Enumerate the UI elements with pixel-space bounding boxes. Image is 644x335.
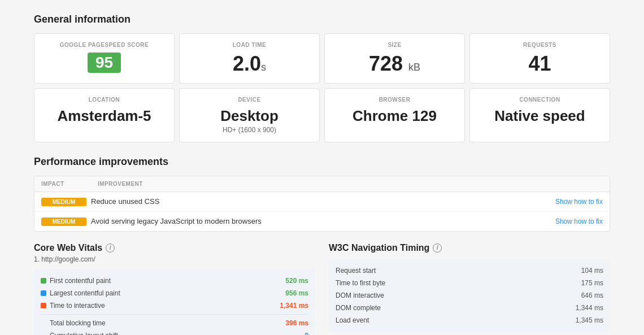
core-vitals-info-icon[interactable]: i [106,243,115,253]
performance-section: Performance improvements IMPACT IMPROVEM… [34,156,610,232]
w3c-title: W3C Navigation Timing i [329,243,610,253]
requests-label: REQUESTS [479,42,601,48]
cards-row-1: GOOGLE PAGESPEED SCORE 95 LOAD TIME 2.0s… [34,33,610,84]
connection-card: CONNECTION Native speed [469,88,610,142]
impact-badge-0: MEDIUM [41,197,86,206]
device-label: DEVICE [189,97,310,103]
w3c-label-2: DOM interactive [336,292,581,299]
improvement-header: IMPROVEMENT [98,181,603,187]
w3c-label-1: Time to first byte [336,279,581,287]
bottom-section: Core Web Vitals i 1. http://google.com/ … [34,243,610,335]
browser-label: BROWSER [334,97,455,103]
vital-row-0: First contentful paint 520 ms [41,275,308,287]
w3c-row-0: Request start 104 ms [336,264,603,277]
performance-table-header: IMPACT IMPROVEMENT [34,176,610,192]
vital-value-1: 956 ms [285,289,308,297]
w3c-info-icon[interactable]: i [433,243,442,253]
vital-value-2: 1,341 ms [280,302,308,310]
main-container: General information GOOGLE PAGESPEED SCO… [23,0,621,335]
vitals-url: 1. http://google.com/ [34,255,315,263]
vital-indicator-1 [41,290,46,296]
cards-row-2: LOCATION Amsterdam-5 DEVICE Desktop HD+ … [34,88,610,142]
vital-row-1: Largest contentful paint 956 ms [41,287,308,299]
device-card: DEVICE Desktop HD+ (1600 x 900) [179,88,320,142]
score-value: 95 [88,53,121,73]
size-value: 728 kB [334,53,455,75]
core-web-vitals-section: Core Web Vitals i 1. http://google.com/ … [34,243,315,335]
general-info-section: General information GOOGLE PAGESPEED SCO… [34,14,610,142]
improvement-text-0: Reduce unused CSS [86,197,555,206]
connection-label: CONNECTION [479,97,601,103]
impact-header: IMPACT [41,181,98,187]
vital-value-3: 396 ms [285,319,308,327]
vital-row-3: Total blocking time 396 ms [41,317,308,329]
vitals-divider [41,314,308,315]
location-value: Amsterdam-5 [43,107,165,125]
w3c-label-3: DOM complete [336,304,576,312]
connection-value: Native speed [479,107,601,125]
vital-row-4: Cumulative layout shift 0 [41,329,308,335]
w3c-row-1: Time to first byte 175 ms [336,277,603,289]
vital-value-4: 0 [304,332,308,335]
show-fix-link-1[interactable]: Show how to fix [555,217,603,225]
device-value: Desktop [189,107,310,125]
w3c-value-3: 1,344 ms [576,304,603,312]
browser-card: BROWSER Chrome 129 [324,88,465,142]
vital-name-1: Largest contentful paint [50,289,285,297]
w3c-section: W3C Navigation Timing i Request start 10… [329,243,610,335]
browser-value: Chrome 129 [334,107,455,125]
vital-name-4: Cumulative layout shift [50,332,304,335]
vital-indicator-2 [41,303,46,308]
vitals-table: First contentful paint 520 ms Largest co… [34,269,315,335]
w3c-row-2: DOM interactive 646 ms [336,289,603,302]
performance-title: Performance improvements [34,156,610,168]
requests-card: REQUESTS 41 [469,33,610,84]
requests-value: 41 [479,53,601,75]
location-card: LOCATION Amsterdam-5 [34,88,175,142]
size-label: SIZE [334,42,455,48]
vital-name-2: Time to interactive [50,302,280,310]
show-fix-link-0[interactable]: Show how to fix [555,198,603,206]
vital-indicator-0 [41,278,46,284]
w3c-label-0: Request start [336,267,581,275]
pagespeed-score-badge: 95 [43,53,165,73]
w3c-value-2: 646 ms [581,292,603,299]
pagespeed-card: GOOGLE PAGESPEED SCORE 95 [34,33,175,84]
performance-table: IMPACT IMPROVEMENT MEDIUM Reduce unused … [34,176,610,232]
w3c-label-4: Load event [336,316,576,324]
general-info-title: General information [34,14,610,25]
load-time-label: LOAD TIME [189,42,310,48]
w3c-row-3: DOM complete 1,344 ms [336,302,603,314]
vital-value-0: 520 ms [285,277,308,285]
impact-badge-1: MEDIUM [41,217,86,226]
location-label: LOCATION [43,97,165,103]
w3c-value-0: 104 ms [581,267,603,275]
perf-row-1: MEDIUM Avoid serving legacy JavaScript t… [34,212,610,231]
perf-row-0: MEDIUM Reduce unused CSS Show how to fix [34,192,610,212]
load-time-value: 2.0s [189,53,310,75]
w3c-value-1: 175 ms [581,279,603,287]
w3c-value-4: 1,345 ms [576,316,603,324]
vital-name-0: First contentful paint [50,277,285,285]
vital-row-2: Time to interactive 1,341 ms [41,299,308,312]
w3c-row-4: Load event 1,345 ms [336,314,603,327]
pagespeed-label: GOOGLE PAGESPEED SCORE [43,42,165,48]
load-time-card: LOAD TIME 2.0s [179,33,320,84]
improvement-text-1: Avoid serving legacy JavaScript to moder… [86,217,555,225]
core-web-vitals-title: Core Web Vitals i [34,243,315,253]
w3c-table: Request start 104 ms Time to first byte … [329,259,610,332]
device-sub: HD+ (1600 x 900) [189,126,310,134]
size-card: SIZE 728 kB [324,33,465,84]
vital-name-3: Total blocking time [50,319,285,327]
